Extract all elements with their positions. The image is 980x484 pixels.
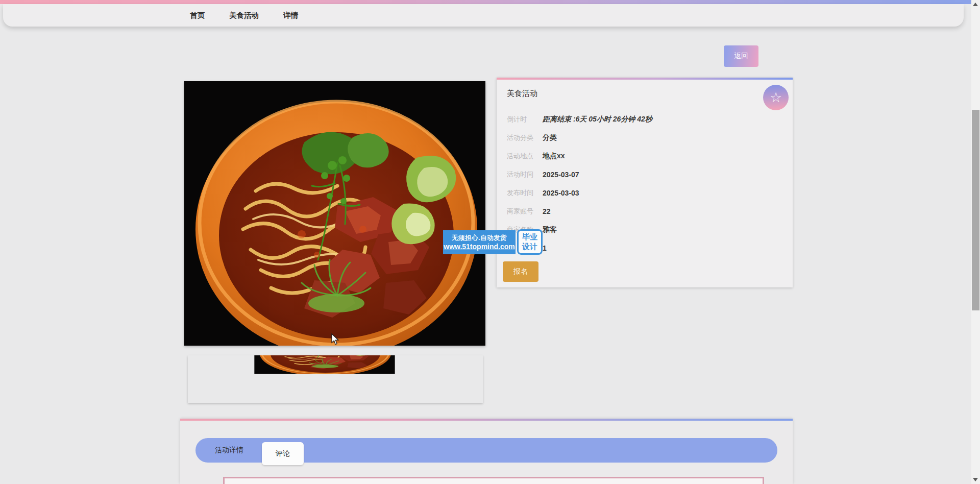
detail-rows: 倒计时 距离结束 :6天 05小时 26分钟 42秒 活动分类 分类 活动地点 …: [507, 110, 785, 257]
activity-detail-panel: 美食活动 ☆ 倒计时 距离结束 :6天 05小时 26分钟 42秒 活动分类 分…: [497, 78, 793, 287]
row-merchant-account: 商家账号 22: [507, 202, 785, 221]
scroll-down-icon[interactable]: [973, 478, 978, 481]
scroll-up-icon[interactable]: [973, 3, 978, 6]
main-activity-photo: [184, 81, 485, 346]
back-button[interactable]: 返回: [724, 45, 758, 67]
card-top-gradient: [180, 419, 793, 421]
nav-item-detail[interactable]: 详情: [283, 11, 298, 20]
row-publish-time: 发布时间 2025-03-03: [507, 184, 785, 202]
row-value: 地点xx: [543, 152, 565, 161]
scrollbar-thumb[interactable]: [972, 110, 979, 310]
watermark-badge: 毕业 设计: [517, 229, 543, 255]
nav-item-food-activity[interactable]: 美食活动: [229, 11, 259, 20]
vertical-scrollbar[interactable]: [971, 0, 980, 484]
row-category: 活动分类 分类: [507, 129, 785, 147]
row-value: 2025-03-03: [543, 189, 579, 197]
panel-title: 美食活动: [507, 89, 537, 99]
row-label: 商家账号: [507, 207, 543, 216]
detail-comments-card: 活动详情 评论: [180, 419, 793, 484]
star-icon: ☆: [770, 91, 782, 105]
panel-top-gradient: [497, 78, 793, 80]
tab-activity-detail[interactable]: 活动详情: [195, 438, 263, 463]
row-value: 距离结束 :6天 05小时 26分钟 42秒: [543, 115, 652, 124]
signup-button[interactable]: 报名: [503, 261, 538, 282]
row-label: 活动时间: [507, 170, 543, 179]
row-click-count: 1: [507, 239, 785, 257]
row-value: 2025-03-07: [543, 171, 579, 179]
row-value: 22: [543, 207, 551, 215]
row-value: 1: [543, 244, 547, 252]
row-value: 分类: [543, 133, 557, 142]
watermark-line1: 无须担心.自动发货: [452, 234, 507, 243]
seller-watermark: 无须担心.自动发货 www.51topmind.com 毕业 设计: [443, 229, 543, 255]
row-location: 活动地点 地点xx: [507, 147, 785, 165]
row-label: 倒计时: [507, 115, 543, 124]
row-label: 发布时间: [507, 188, 543, 198]
watermark-badge-line1: 毕业: [522, 232, 537, 242]
top-navigation: 首页 美食活动 详情: [3, 4, 964, 27]
watermark-url: www.51topmind.com: [444, 243, 515, 251]
photo-thumbnail[interactable]: [188, 355, 483, 403]
row-label: 活动地点: [507, 152, 543, 161]
comments-content-box: [223, 477, 764, 484]
row-activity-time: 活动时间 2025-03-07: [507, 165, 785, 184]
row-value: 雅客: [543, 225, 557, 234]
nav-item-home[interactable]: 首页: [190, 11, 205, 20]
favorite-button[interactable]: ☆: [763, 85, 789, 110]
tab-comments[interactable]: 评论: [262, 442, 304, 465]
watermark-text-box: 无须担心.自动发货 www.51topmind.com: [443, 230, 516, 254]
watermark-badge-line2: 设计: [522, 242, 537, 252]
row-merchant-name: 商家名称 雅客: [507, 221, 785, 239]
row-label: 活动分类: [507, 133, 543, 142]
row-countdown: 倒计时 距离结束 :6天 05小时 26分钟 42秒: [507, 110, 785, 129]
top-gradient-bar: [0, 0, 971, 4]
tab-bar: 活动详情 评论: [195, 438, 777, 463]
